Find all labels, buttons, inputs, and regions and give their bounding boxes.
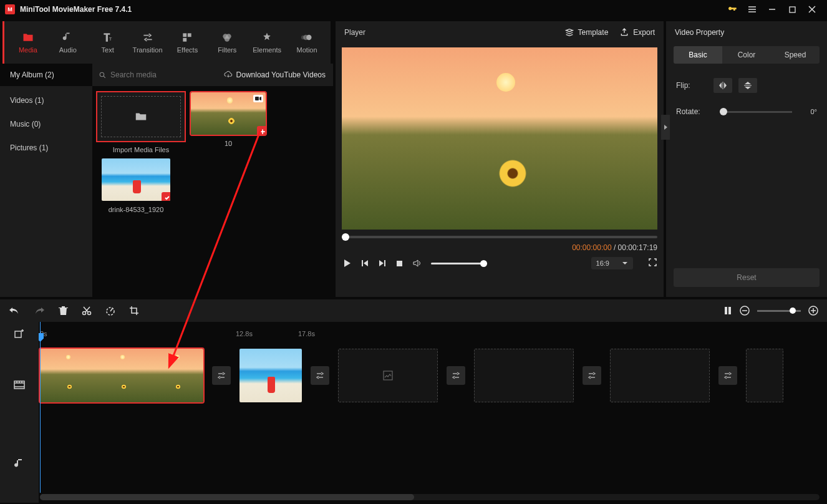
split-button[interactable]: [82, 306, 92, 316]
svg-rect-21: [384, 260, 385, 266]
rotate-slider[interactable]: [720, 111, 792, 113]
svg-point-17: [100, 72, 104, 77]
empty-clip-slot[interactable]: [338, 349, 438, 402]
panel-expand-button[interactable]: [661, 115, 670, 140]
playhead[interactable]: [40, 322, 41, 493]
search-input[interactable]: [110, 70, 173, 79]
add-to-timeline-button[interactable]: +: [257, 126, 266, 135]
tab-motion[interactable]: Motion: [288, 24, 326, 61]
snap-button[interactable]: [723, 306, 732, 316]
delete-button[interactable]: [59, 306, 68, 316]
rotate-value: 0°: [798, 108, 817, 115]
video-track[interactable]: [39, 346, 827, 405]
tab-audio[interactable]: Audio: [49, 24, 87, 61]
timeline-body[interactable]: 0s 12.8s 17.8s: [39, 322, 827, 503]
property-tabs: Basic Color Speed: [674, 46, 820, 64]
hamburger-icon[interactable]: [742, 0, 762, 19]
audio-track-icon: [14, 424, 24, 503]
folder-icon: [134, 110, 148, 124]
timeline-left-rail: [0, 322, 39, 503]
svg-point-25: [83, 312, 86, 315]
timeline-ruler[interactable]: 0s 12.8s 17.8s: [39, 322, 827, 346]
minimize-button[interactable]: [762, 0, 782, 19]
cloud-download-icon: [224, 70, 233, 79]
tab-filters[interactable]: Filters: [208, 24, 246, 61]
volume-slider[interactable]: [431, 263, 487, 264]
media-item-video[interactable]: + 10: [190, 92, 267, 153]
svg-rect-22: [397, 261, 402, 266]
maximize-button[interactable]: [782, 0, 802, 19]
reset-button[interactable]: Reset: [674, 268, 820, 287]
svg-rect-20: [362, 260, 363, 266]
transition-slot[interactable]: [718, 366, 737, 385]
svg-rect-19: [255, 97, 259, 100]
media-subbar: My Album (2) Download YouTube Videos: [0, 64, 333, 86]
key-icon[interactable]: [722, 0, 742, 19]
empty-clip-slot[interactable]: [746, 349, 783, 402]
player-label: Player: [344, 28, 365, 37]
prev-frame-button[interactable]: [360, 259, 369, 268]
album-tab[interactable]: My Album (2): [0, 64, 92, 86]
play-button[interactable]: [342, 258, 352, 268]
video-icon: [253, 95, 263, 102]
tab-effects[interactable]: Effects: [169, 24, 206, 61]
media-item-image[interactable]: drink-84533_1920: [97, 158, 175, 213]
zoom-out-button[interactable]: [740, 306, 750, 316]
undo-button[interactable]: [9, 306, 20, 316]
download-youtube-button[interactable]: Download YouTube Videos: [224, 70, 333, 79]
crop-button[interactable]: [129, 306, 139, 316]
video-track-icon: [13, 346, 26, 424]
tab-elements[interactable]: Elements: [248, 24, 286, 61]
svg-rect-35: [15, 331, 21, 337]
timeline-toolbar: [0, 299, 827, 322]
media-grid: Import Media Files + 10 drink-84533_1920: [92, 86, 333, 297]
app-logo: M: [5, 4, 15, 14]
transition-slot[interactable]: [212, 366, 231, 385]
transition-slot[interactable]: [311, 366, 329, 385]
svg-rect-23: [723, 82, 723, 89]
empty-clip-slot[interactable]: [610, 349, 710, 402]
prop-tab-color[interactable]: Color: [722, 46, 771, 64]
svg-rect-24: [744, 85, 752, 86]
timeline-clip[interactable]: [239, 349, 302, 402]
empty-clip-slot[interactable]: [474, 349, 574, 402]
redo-button[interactable]: [34, 306, 45, 316]
svg-rect-9: [188, 33, 191, 37]
speed-button[interactable]: [105, 306, 115, 316]
properties-panel: Video Property Basic Color Speed Flip: R…: [666, 21, 827, 297]
zoom-slider[interactable]: [757, 310, 801, 312]
sidebar-item-pictures[interactable]: Pictures (1): [0, 136, 92, 160]
player-preview[interactable]: [342, 47, 657, 230]
flip-vertical-button[interactable]: [738, 78, 757, 93]
prop-tab-speed[interactable]: Speed: [771, 46, 820, 64]
zoom-in-button[interactable]: [808, 306, 818, 316]
seek-bar[interactable]: [342, 236, 657, 238]
export-button[interactable]: Export: [619, 27, 655, 37]
add-track-button[interactable]: [0, 322, 39, 346]
aspect-ratio-select[interactable]: 16:9: [591, 257, 633, 269]
transition-slot[interactable]: [583, 366, 601, 385]
top-tabs: Media Audio T Text Transition Effects Fi…: [2, 21, 331, 64]
svg-point-26: [88, 312, 91, 315]
volume-button[interactable]: [412, 258, 422, 268]
template-button[interactable]: Template: [564, 27, 609, 37]
stop-button[interactable]: [395, 259, 404, 268]
import-media-item[interactable]: Import Media Files: [97, 92, 185, 153]
tab-text[interactable]: T Text: [89, 24, 127, 61]
flip-horizontal-button[interactable]: [713, 78, 732, 93]
timeline-clip[interactable]: [40, 349, 203, 402]
timecode: 00:00:00:00 / 00:00:17:19: [342, 243, 657, 252]
sidebar-item-music[interactable]: Music (0): [0, 112, 92, 136]
close-button[interactable]: [802, 0, 822, 19]
next-frame-button[interactable]: [378, 259, 387, 268]
timeline-scrollbar[interactable]: [40, 494, 820, 500]
transition-slot[interactable]: [447, 366, 465, 385]
tab-media[interactable]: Media: [9, 24, 47, 61]
tab-transition[interactable]: Transition: [129, 24, 167, 61]
fullscreen-button[interactable]: [648, 258, 657, 269]
sidebar-item-videos[interactable]: Videos (1): [0, 89, 92, 112]
svg-line-18: [104, 76, 105, 78]
prop-tab-basic[interactable]: Basic: [674, 46, 722, 64]
audio-track[interactable]: [39, 405, 827, 462]
search-icon: [99, 71, 107, 79]
